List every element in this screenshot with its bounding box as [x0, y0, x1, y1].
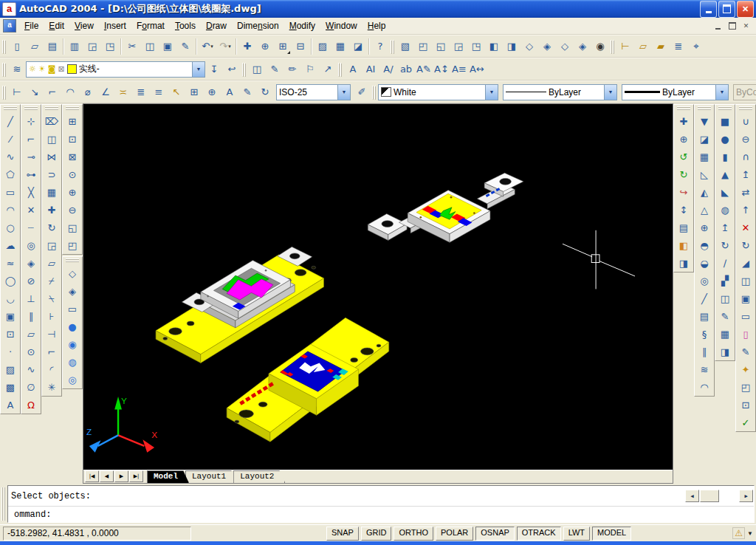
layer-combo[interactable]: ☼ ☀ ◙ ⊠ 实线- ▼: [26, 61, 205, 78]
toggle-model[interactable]: MODEL: [592, 527, 631, 541]
insert-block-button[interactable]: ▣: [1, 307, 19, 325]
undo-dropdown[interactable]: ▾: [210, 44, 213, 49]
toolbar-grip[interactable]: [697, 106, 712, 112]
break-button[interactable]: ⊣: [43, 325, 61, 343]
taper-faces-button[interactable]: ◢: [737, 254, 755, 272]
offset-faces-button[interactable]: ↑: [737, 201, 755, 219]
layer-combo-arrow[interactable]: ▼: [192, 62, 205, 77]
2d-solid-button[interactable]: ▼: [695, 112, 713, 130]
model-coil-former-1[interactable]: [368, 173, 523, 242]
layer-freeze-icon[interactable]: ☀: [38, 65, 46, 73]
fillet-button[interactable]: ◜: [43, 360, 61, 378]
snap-nearest-button[interactable]: ∿: [22, 360, 40, 378]
ordinate-dimension-button[interactable]: ⌐: [44, 83, 61, 101]
layer-lock-icon[interactable]: ⊠: [58, 65, 64, 73]
ne-isometric-view-button[interactable]: ◇: [556, 38, 574, 55]
communication-center-icon[interactable]: ⚠: [732, 527, 745, 539]
circle-button[interactable]: ○: [1, 219, 19, 236]
3d-swivel-button[interactable]: ↪: [675, 183, 693, 201]
snap-midpoint-button[interactable]: ⊶: [22, 165, 40, 183]
app-icon[interactable]: a: [2, 2, 16, 16]
toolbar-grip[interactable]: [3, 106, 18, 112]
scale-button[interactable]: ◲: [43, 236, 61, 254]
copy-edges-button[interactable]: ▭: [737, 307, 755, 325]
pan-realtime-button[interactable]: ✚: [238, 38, 256, 55]
tolerance-button[interactable]: ⊞: [185, 83, 203, 101]
synchronize-attributes-button[interactable]: ↗: [319, 61, 337, 78]
object-properties-button[interactable]: ◫: [248, 61, 266, 78]
3d-wireframe-button[interactable]: ◈: [63, 282, 81, 300]
define-attribute-button[interactable]: ⚐: [301, 61, 319, 78]
menu-file[interactable]: File: [19, 19, 44, 32]
copy-faces-button[interactable]: ◫: [737, 272, 755, 289]
save-button[interactable]: ▤: [44, 38, 61, 55]
toolbar-grip[interactable]: [676, 106, 691, 112]
slice-button[interactable]: ∕: [716, 254, 734, 272]
gouraud-shaded-button[interactable]: ◉: [63, 335, 81, 353]
spline-button[interactable]: ≈: [1, 254, 19, 272]
layer-vp-freeze-icon[interactable]: ◙: [48, 65, 56, 73]
separate-button[interactable]: ◰: [737, 378, 755, 396]
2d-wireframe-button[interactable]: ◇: [63, 264, 81, 282]
tabulated-surface-button[interactable]: ∥: [695, 343, 713, 360]
snap-parallel-button[interactable]: ∥: [22, 307, 40, 325]
toolbar-grip[interactable]: [1, 84, 7, 100]
back-view-button[interactable]: ◨: [503, 38, 520, 55]
toolbar-grip[interactable]: [718, 106, 732, 112]
box-button[interactable]: ■: [716, 112, 734, 130]
point-button[interactable]: ·: [1, 343, 19, 360]
justify-text-button[interactable]: A≡: [450, 61, 468, 78]
osnap-settings-button[interactable]: Ω: [22, 396, 40, 414]
arc-button[interactable]: ◠: [1, 201, 19, 219]
scale-text-button[interactable]: A↕: [433, 61, 450, 78]
snap-perpendicular-button[interactable]: ⊥: [22, 289, 40, 307]
3d-zoom-button[interactable]: ⊕: [675, 130, 693, 148]
tab-layout2[interactable]: Layout2: [233, 470, 285, 483]
named-views-button[interactable]: ▧: [396, 38, 414, 55]
edge-button[interactable]: ╱: [695, 289, 713, 307]
box-surface-button[interactable]: ▦: [695, 148, 713, 165]
first-tab-button[interactable]: |◀: [85, 470, 99, 482]
line-button[interactable]: ╱: [1, 112, 19, 130]
rectangle-button[interactable]: ▭: [1, 183, 19, 201]
snap-tangent-button[interactable]: ⊘: [22, 272, 40, 289]
mirror-button[interactable]: ⋈: [43, 148, 61, 165]
trim-button[interactable]: ⌿: [43, 272, 61, 289]
cut-button[interactable]: ✂: [123, 38, 141, 55]
command-history[interactable]: Select objects: ◀ ▶ ommand:: [7, 485, 755, 523]
clean-button[interactable]: ✦: [737, 360, 755, 378]
distance-button[interactable]: ⊢: [616, 38, 634, 55]
rotate-faces-button[interactable]: ↻: [737, 236, 755, 254]
toggle-polar[interactable]: POLAR: [436, 527, 473, 541]
dish-button[interactable]: ◒: [695, 254, 713, 272]
revolved-surface-button[interactable]: §: [695, 325, 713, 343]
properties-palette-button[interactable]: ▨: [314, 38, 331, 55]
ellipse-arc-button[interactable]: ◡: [1, 289, 19, 307]
multiline-text-draw-button[interactable]: A: [1, 396, 19, 414]
radius-dimension-button[interactable]: ◠: [61, 83, 79, 101]
snap-quadrant-button[interactable]: ◈: [22, 254, 40, 272]
toggle-lwt[interactable]: LWT: [563, 527, 590, 541]
plot-preview-button[interactable]: ◲: [83, 38, 101, 55]
toolbar-grip[interactable]: [390, 38, 396, 55]
command-window-grip[interactable]: [1, 487, 7, 521]
array-button[interactable]: ▦: [43, 183, 61, 201]
toolbar-grip[interactable]: [65, 106, 80, 112]
toggle-ortho[interactable]: ORTHO: [394, 527, 433, 541]
rotate-button[interactable]: ↻: [43, 219, 61, 236]
3d-pan-button[interactable]: ✚: [675, 112, 693, 130]
menu-insert[interactable]: Insert: [99, 19, 131, 32]
toolbar-grip[interactable]: [1, 38, 7, 55]
restore-button[interactable]: [718, 1, 735, 18]
document-close-button[interactable]: ✕: [740, 21, 752, 32]
publish-button[interactable]: ◳: [101, 38, 119, 55]
edit-attribute-button[interactable]: ✎: [266, 61, 284, 78]
locate-point-button[interactable]: ⌖: [687, 38, 705, 55]
extrude-faces-button[interactable]: ↥: [737, 165, 755, 183]
redo-dropdown[interactable]: ▾: [228, 44, 231, 49]
snap-extension-button[interactable]: ┈: [22, 219, 40, 236]
menu-draw[interactable]: Draw: [201, 19, 232, 32]
offset-button[interactable]: ⊃: [43, 165, 61, 183]
bottom-view-button[interactable]: ◱: [432, 38, 450, 55]
baseline-dimension-button[interactable]: ≣: [132, 83, 150, 101]
